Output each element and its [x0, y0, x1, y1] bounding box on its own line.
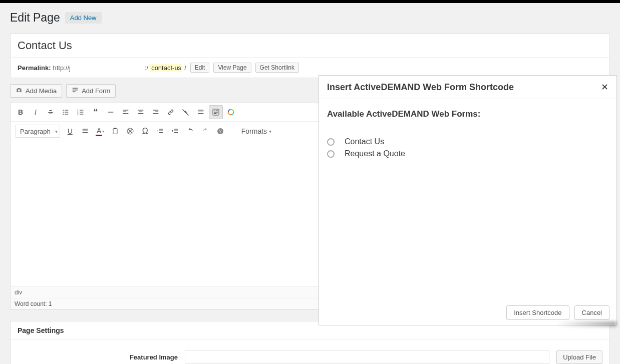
modal-subtitle: Available ActiveDEMAND Web Forms:: [327, 109, 608, 119]
get-shortlink-button[interactable]: Get Shortlink: [255, 63, 299, 73]
edit-permalink-button[interactable]: Edit: [190, 63, 210, 73]
svg-rect-47: [174, 131, 178, 131]
permalink-suffix: /: [184, 64, 186, 72]
bullet-list-icon[interactable]: [59, 105, 73, 119]
redo-icon[interactable]: [198, 124, 212, 138]
permalink-slug: contact-us: [150, 64, 182, 72]
strikethrough-icon[interactable]: [44, 105, 58, 119]
insert-shortcode-modal: Insert ActiveDEMAND Web Form Shortcode ✕…: [319, 75, 617, 325]
toolbar-toggle-icon[interactable]: [209, 105, 223, 119]
add-form-label: Add Form: [82, 87, 110, 95]
modal-header: Insert ActiveDEMAND Web Form Shortcode ✕: [319, 76, 616, 99]
bold-icon[interactable]: B: [14, 105, 28, 119]
insert-shortcode-button[interactable]: Insert Shortcode: [506, 305, 569, 320]
svg-rect-16: [123, 110, 129, 110]
add-media-label: Add Media: [26, 87, 57, 95]
modal-body: Available ActiveDEMAND Web Forms: Contac…: [319, 99, 616, 171]
svg-rect-15: [108, 112, 114, 112]
paragraph-select[interactable]: Paragraph: [16, 125, 60, 138]
permalink-label: Permalink:: [18, 64, 51, 72]
clear-format-icon[interactable]: [123, 124, 137, 138]
paste-icon[interactable]: [108, 124, 122, 138]
svg-rect-8: [65, 114, 68, 114]
align-center-icon[interactable]: [134, 105, 148, 119]
svg-rect-12: [80, 112, 83, 112]
featured-image-input[interactable]: [185, 350, 549, 364]
add-form-button[interactable]: Add Form: [66, 84, 116, 98]
view-page-button[interactable]: View Page: [213, 63, 251, 73]
svg-rect-46: [174, 129, 178, 129]
justify-icon[interactable]: [78, 124, 92, 138]
upload-file-button[interactable]: Upload File: [556, 350, 602, 364]
formats-dropdown[interactable]: Formats▾: [238, 127, 274, 135]
svg-rect-18: [123, 113, 129, 114]
close-icon[interactable]: ✕: [601, 82, 608, 93]
unlink-icon[interactable]: [179, 105, 193, 119]
radio-icon[interactable]: [327, 138, 335, 146]
svg-rect-2: [73, 91, 76, 92]
form-option-contact-us[interactable]: Contact Us: [327, 137, 608, 146]
svg-rect-20: [139, 112, 143, 112]
link-icon[interactable]: [164, 105, 178, 119]
blockquote-icon[interactable]: “: [89, 105, 103, 119]
svg-rect-31: [214, 112, 218, 112]
hr-icon[interactable]: [104, 105, 118, 119]
form-option-request-quote[interactable]: Request a Quote: [327, 149, 608, 158]
svg-rect-23: [155, 112, 159, 112]
cancel-button[interactable]: Cancel: [574, 305, 609, 320]
svg-rect-27: [198, 113, 204, 114]
svg-text:?: ?: [219, 129, 221, 134]
svg-rect-19: [138, 110, 144, 110]
more-icon[interactable]: [194, 105, 208, 119]
heading-row: Edit Page Add New: [10, 8, 610, 34]
camera-icon: [16, 87, 23, 95]
svg-rect-40: [113, 129, 117, 134]
align-right-icon[interactable]: [149, 105, 163, 119]
activedemand-icon[interactable]: [224, 105, 238, 119]
svg-rect-45: [159, 132, 163, 133]
page-title-input[interactable]: [11, 34, 609, 58]
svg-point-3: [63, 110, 64, 111]
outdent-icon[interactable]: [153, 124, 167, 138]
text-color-icon[interactable]: A▾: [93, 124, 107, 138]
radio-icon[interactable]: [327, 150, 335, 158]
svg-rect-6: [65, 112, 68, 112]
undo-icon[interactable]: [183, 124, 197, 138]
svg-rect-14: [80, 114, 83, 114]
svg-rect-43: [159, 129, 163, 129]
form-option-label: Request a Quote: [345, 149, 405, 158]
svg-rect-24: [153, 113, 159, 114]
special-char-icon[interactable]: Ω: [138, 124, 152, 138]
svg-rect-30: [216, 111, 218, 111]
svg-rect-26: [198, 112, 204, 112]
permalink-mid: :/: [145, 64, 148, 72]
featured-image-label: Featured Image: [18, 353, 178, 361]
indent-icon[interactable]: [168, 124, 182, 138]
permalink-row: Permalink: http://j :/contact-us/ Edit V…: [11, 58, 609, 78]
formats-label: Formats: [241, 127, 267, 135]
add-new-button[interactable]: Add New: [65, 12, 102, 24]
align-left-icon[interactable]: [119, 105, 133, 119]
svg-rect-41: [114, 128, 116, 129]
svg-rect-37: [82, 129, 88, 129]
svg-rect-39: [82, 132, 88, 133]
svg-rect-44: [159, 131, 163, 131]
svg-point-7: [63, 114, 64, 115]
add-media-button[interactable]: Add Media: [10, 84, 62, 98]
help-icon[interactable]: ?: [213, 124, 227, 138]
svg-rect-0: [73, 88, 78, 89]
svg-point-5: [63, 112, 64, 113]
permalink-prefix: http://j: [53, 64, 70, 72]
title-box: Permalink: http://j :/contact-us/ Edit V…: [10, 34, 610, 78]
svg-rect-1: [73, 90, 78, 91]
underline-icon[interactable]: U: [63, 124, 77, 138]
form-icon: [72, 87, 79, 95]
page-settings-body: Featured Image Upload File The featured …: [11, 340, 609, 364]
svg-rect-48: [174, 132, 178, 133]
svg-rect-10: [80, 110, 83, 110]
svg-text:3: 3: [77, 113, 79, 115]
svg-rect-22: [153, 110, 159, 110]
svg-rect-25: [198, 110, 204, 110]
numbered-list-icon[interactable]: 123: [74, 105, 88, 119]
italic-icon[interactable]: I: [29, 105, 43, 119]
